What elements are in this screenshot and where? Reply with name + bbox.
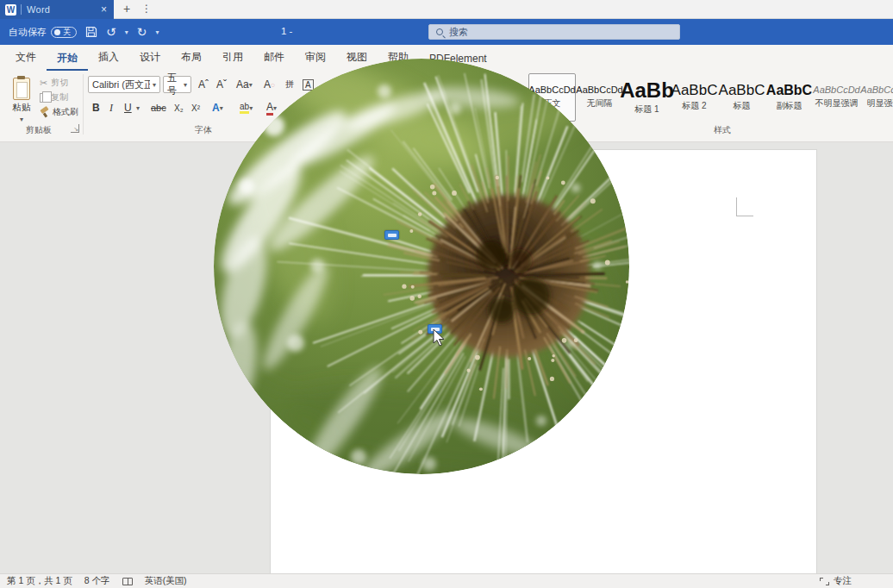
style-item-heading-1[interactable]: AaBb标题 1 — [623, 73, 671, 122]
underline-button[interactable]: U — [122, 99, 134, 116]
style-sample: AaBbC — [671, 83, 718, 97]
copy-button[interactable]: 复制 — [40, 91, 78, 104]
tab-separator — [21, 4, 22, 15]
grow-font-button[interactable]: Aˆ — [196, 76, 211, 93]
superscript-button[interactable]: X² — [189, 99, 203, 116]
save-icon[interactable] — [85, 26, 97, 38]
style-sample: AaBbCcDd — [576, 85, 622, 95]
paste-caret-icon[interactable]: ▾ — [20, 116, 23, 123]
change-case-label: Aa — [236, 78, 249, 91]
ribbon-tab-home[interactable]: 开始 — [47, 46, 88, 72]
margin-crop-mark — [736, 197, 753, 216]
clipboard-dialog-launcher[interactable] — [71, 124, 79, 133]
word-app-tab[interactable]: W Word × — [0, 0, 114, 19]
clipboard-mini-buttons: ✂ 剪切 复制 格式刷 — [40, 76, 78, 119]
font-group-label: 字体 — [195, 124, 212, 136]
focus-icon — [820, 578, 829, 585]
cut-label: 剪切 — [51, 77, 68, 89]
ribbon-tab-file[interactable]: 文件 — [5, 45, 47, 71]
ribbon-tab-design[interactable]: 设计 — [129, 45, 171, 71]
document-title: 1 - — [281, 26, 292, 36]
highlight-label: ab — [240, 102, 249, 114]
word-window: W Word × + ⋮ 自动保存 关 ↺ ▾ ↻ ▾ — [0, 0, 893, 588]
search-placeholder: 搜索 — [449, 26, 468, 39]
text-effects-label: A — [212, 102, 220, 114]
font-name-caret-icon: ▾ — [153, 81, 156, 89]
text-effects-button[interactable]: A▾ — [209, 99, 226, 116]
word-count[interactable]: 8 个字 — [84, 575, 110, 587]
ribbon-tab-references[interactable]: 引用 — [212, 45, 253, 71]
ribbon-tab-insert[interactable]: 插入 — [88, 45, 129, 71]
style-sample: AaBbCcDd — [860, 85, 893, 95]
overflow-menu-icon[interactable]: ⋮ — [141, 2, 153, 17]
dandelion-photo-svg — [214, 59, 629, 474]
style-item-emphasis[interactable]: AaBbCcDd明显强调 — [860, 73, 893, 122]
search-icon — [436, 28, 443, 35]
shrink-font-button[interactable]: Aˇ — [214, 76, 229, 93]
clear-formatting-button[interactable]: A◌ — [261, 76, 278, 93]
style-name: 标题 — [734, 100, 751, 112]
style-sample: AaBbCcDd — [813, 85, 859, 95]
format-painter-icon — [40, 108, 49, 117]
style-item-heading-2[interactable]: AaBbC标题 2 — [671, 73, 718, 122]
language-indicator[interactable]: 英语(美国) — [145, 575, 187, 587]
format-painter-button[interactable]: 格式刷 — [40, 105, 78, 119]
autosave-state: 关 — [63, 28, 71, 37]
undo-icon[interactable]: ↺ — [106, 25, 116, 39]
font-size-select[interactable]: 五号 ▾ — [163, 76, 191, 93]
font-color-button[interactable]: A▾ — [264, 99, 279, 116]
cut-button[interactable]: ✂ 剪切 — [40, 76, 78, 90]
autosave-switch[interactable]: 关 — [51, 27, 77, 38]
title-bar: 自动保存 关 ↺ ▾ ↻ ▾ 1 - 搜索 — [0, 19, 893, 45]
proofing-icon[interactable] — [122, 578, 133, 585]
style-name: 不明显强调 — [815, 97, 859, 109]
ribbon-tab-layout[interactable]: 布局 — [171, 45, 212, 71]
autosave-toggle[interactable]: 自动保存 关 — [9, 26, 77, 39]
inserted-picture[interactable] — [214, 59, 629, 474]
styles-group-label: 样式 — [714, 124, 731, 136]
redo-icon[interactable]: ↻ — [137, 25, 147, 39]
style-item-subtitle[interactable]: AaBbC副标题 — [765, 73, 813, 122]
paste-clipboard-icon — [13, 78, 30, 100]
style-item-title[interactable]: AaBbC标题 — [718, 73, 765, 122]
italic-button[interactable]: I — [107, 99, 116, 116]
cut-icon: ✂ — [40, 78, 47, 89]
ribbon-tab-review[interactable]: 审阅 — [295, 45, 336, 71]
paste-label: 粘贴 — [13, 102, 31, 114]
page-indicator[interactable]: 第 1 页，共 1 页 — [7, 575, 72, 587]
style-sample: AaBbC — [719, 83, 765, 97]
styles-gallery: AaBbCcDd正文AaBbCcDd无间隔AaBb标题 1AaBbC标题 2Aa… — [528, 73, 893, 122]
underline-caret-icon[interactable]: ▾ — [134, 99, 142, 116]
toggle-knob-icon — [54, 29, 60, 35]
qat-customize-caret-icon[interactable]: ▾ — [155, 28, 159, 36]
font-name-select[interactable]: Calibri (西文正文 ▾ — [88, 76, 160, 93]
clipboard-group-label: 剪贴板 — [26, 124, 52, 136]
style-item-subtle-emphasis[interactable]: AaBbCcDd不明显强调 — [813, 73, 860, 122]
autosave-label: 自动保存 — [9, 26, 47, 39]
phonetic-guide-button[interactable]: 拼 — [283, 76, 297, 93]
mouse-cursor-icon — [433, 328, 446, 347]
highlight-button[interactable]: ab▾ — [237, 99, 255, 116]
subscript-button[interactable]: X₂ — [172, 99, 186, 116]
undo-caret-icon[interactable]: ▾ — [125, 28, 128, 36]
paste-button[interactable]: 粘贴 ▾ — [5, 74, 38, 128]
style-item-no-spacing[interactable]: AaBbCcDd无间隔 — [576, 73, 623, 122]
font-name-value: Calibri (西文正文 — [92, 78, 150, 91]
word-logo-icon: W — [5, 4, 16, 16]
change-case-button[interactable]: Aa▾ — [234, 76, 255, 93]
search-box[interactable]: 搜索 — [428, 24, 680, 40]
format-painter-label: 格式刷 — [53, 106, 78, 118]
close-tab-icon[interactable]: × — [99, 3, 109, 16]
style-name: 副标题 — [777, 100, 802, 112]
ribbon-tab-mailings[interactable]: 邮件 — [253, 45, 295, 71]
new-tab-button[interactable]: + — [119, 2, 134, 17]
bold-button[interactable]: B — [90, 99, 103, 116]
tab-title: Word — [27, 4, 99, 15]
status-bar: 第 1 页，共 1 页 8 个字 英语(美国) 专注 — [0, 573, 893, 588]
focus-mode-button[interactable]: 专注 — [820, 575, 852, 587]
strikethrough-button[interactable]: abc — [148, 99, 169, 116]
font-size-value: 五号 — [167, 72, 181, 97]
focus-label: 专注 — [834, 575, 852, 587]
style-name: 明显强调 — [867, 97, 893, 109]
style-sample: AaBb — [620, 80, 674, 101]
